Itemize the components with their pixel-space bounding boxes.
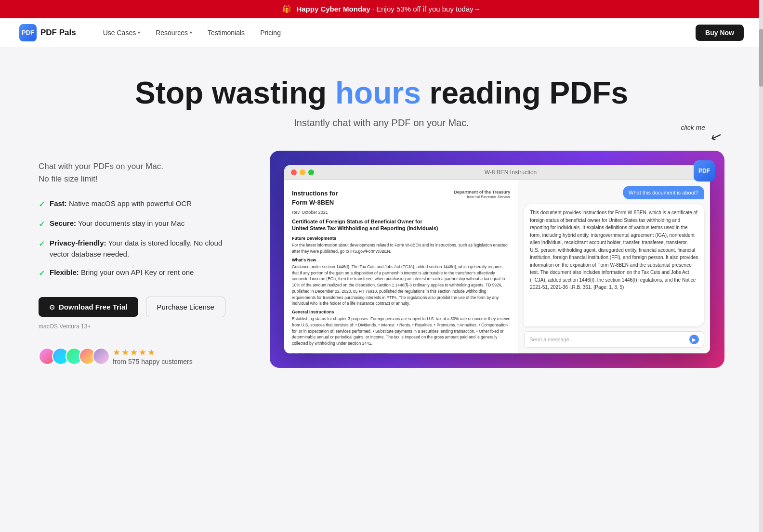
demo-inner-window: W-8 BEN Instruction Instructions for For… bbox=[284, 165, 710, 353]
feature-fast: ✓ Fast: Native macOS app with powerful O… bbox=[39, 198, 241, 210]
nav-item-pricing[interactable]: Pricing bbox=[252, 25, 289, 40]
pdf-subtitle: Certificate of Foreign Status of Benefic… bbox=[292, 219, 438, 224]
feature-flexible: ✓ Flexible: Bring your own API Key or re… bbox=[39, 267, 241, 279]
feature-secure-label: Secure: bbox=[50, 219, 76, 227]
nav-item-resources[interactable]: Resources ▾ bbox=[148, 25, 200, 40]
pdf-section-whats-new-text: Guidance under section 1446(f). The Tax … bbox=[292, 264, 510, 307]
demo-content: Instructions for Form W-8BEN Rev. Octobe… bbox=[284, 180, 710, 353]
feature-fast-label: Fast: bbox=[50, 199, 67, 208]
pdf-section-future: Future Developments bbox=[292, 236, 510, 241]
feature-flexible-text: Bring your own API Key or rent one bbox=[79, 268, 194, 276]
pdf-date: Rev. October 2021 bbox=[292, 210, 438, 215]
tagline-line1: Chat with your PDFs on your Mac. bbox=[39, 162, 163, 171]
pdf-header: Instructions for Form W-8BEN Rev. Octobe… bbox=[292, 190, 510, 232]
hero-title: Stop wasting hours reading PDFs bbox=[19, 76, 744, 110]
star-icon: ★ bbox=[113, 347, 120, 358]
features-list: ✓ Fast: Native macOS app with powerful O… bbox=[39, 198, 241, 279]
tagline: Chat with your PDFs on your Mac. No file… bbox=[39, 160, 241, 185]
chat-user-message: What this document is about? bbox=[623, 186, 704, 199]
nav-links: Use Cases ▾ Resources ▾ Testimonials Pri… bbox=[95, 25, 696, 40]
chat-ai-response: This document provides instructions for … bbox=[524, 204, 704, 326]
pdf-section-general-text: Establishing status for chapter 3 purpos… bbox=[292, 316, 510, 347]
feature-secure: ✓ Secure: Your documents stay in your Ma… bbox=[39, 218, 241, 230]
minimize-window-button[interactable] bbox=[300, 169, 305, 175]
close-window-button[interactable] bbox=[291, 169, 297, 175]
bottom-spacer bbox=[0, 406, 763, 445]
navbar: PDF PDF Pals Use Cases ▾ Resources ▾ Tes… bbox=[0, 18, 763, 47]
banner-regular-text: · Enjoy 53% off if you buy today→ bbox=[372, 5, 481, 13]
left-column: Chat with your PDFs on your Mac. No file… bbox=[39, 151, 241, 365]
hero-title-part2: reading PDFs bbox=[421, 76, 628, 110]
logo-text: PDF Pals bbox=[40, 28, 76, 38]
gift-icon: 🎁 bbox=[282, 5, 291, 13]
pdf-viewer: Instructions for Form W-8BEN Rev. Octobe… bbox=[284, 180, 518, 353]
check-icon: ✓ bbox=[39, 268, 45, 279]
logo-icon: PDF bbox=[19, 24, 37, 41]
pdf-section-future-text: For the latest information about develop… bbox=[292, 242, 510, 255]
hero-title-accent: hours bbox=[335, 76, 421, 110]
cta-buttons: ⊙ Download Free Trial Purchase License bbox=[39, 297, 241, 317]
feature-flexible-label: Flexible: bbox=[50, 268, 79, 276]
platform-note: macOS Ventura 13+ bbox=[39, 323, 241, 330]
star-icon: ★ bbox=[130, 347, 138, 358]
content-section: Chat with your PDFs on your Mac. No file… bbox=[0, 122, 763, 406]
send-button[interactable]: ▶ bbox=[689, 335, 699, 344]
right-column: PDF W-8 BEN Instruction Instr bbox=[270, 151, 724, 368]
demo-window: PDF W-8 BEN Instruction Instr bbox=[270, 151, 724, 368]
pdf-subtitle2: United States Tax Withholding and Report… bbox=[292, 225, 438, 231]
chevron-down-icon: ▾ bbox=[138, 30, 140, 35]
feature-secure-text: Your documents stay in your Mac bbox=[76, 219, 184, 227]
nav-item-testimonials[interactable]: Testimonials bbox=[200, 25, 252, 40]
star-icon: ★ bbox=[147, 347, 155, 358]
chat-panel: What this document is about? This docume… bbox=[518, 180, 710, 353]
promo-banner[interactable]: 🎁 Happy Cyber Monday · Enjoy 53% off if … bbox=[0, 0, 763, 18]
check-icon: ✓ bbox=[39, 199, 45, 210]
star-icon: ★ bbox=[121, 347, 129, 358]
star-icon: ★ bbox=[139, 347, 146, 358]
check-icon: ✓ bbox=[39, 219, 45, 230]
pdf-section-general: General Instructions bbox=[292, 310, 510, 314]
click-me-label: click me bbox=[681, 124, 705, 131]
chat-input[interactable]: Send a message... bbox=[529, 337, 689, 342]
social-proof: ★ ★ ★ ★ ★ from 575 happy customers bbox=[39, 347, 241, 365]
chat-input-row: Send a message... ▶ bbox=[524, 331, 704, 348]
click-me-annotation: click me ↙ bbox=[0, 124, 763, 131]
demo-window-title: W-8 BEN Instruction bbox=[318, 169, 703, 176]
pdf-title: Instructions for bbox=[292, 190, 438, 197]
purchase-license-button[interactable]: Purchase License bbox=[146, 297, 225, 317]
customer-avatars bbox=[39, 348, 106, 365]
hero-title-part1: Stop wasting bbox=[135, 76, 335, 110]
feature-fast-text: Native macOS app with powerful OCR bbox=[67, 199, 192, 208]
chevron-down-icon: ▾ bbox=[190, 30, 192, 35]
tagline-line2: No file size limit! bbox=[39, 174, 98, 183]
nav-item-use-cases[interactable]: Use Cases ▾ bbox=[95, 25, 148, 40]
logo-link[interactable]: PDF PDF Pals bbox=[19, 24, 76, 41]
pdf-title2: Form W-8BEN bbox=[292, 199, 438, 206]
scrollbar[interactable] bbox=[759, 0, 763, 445]
avatar bbox=[92, 348, 110, 365]
feature-privacy: ✓ Privacy-friendly: Your data is stored … bbox=[39, 238, 241, 260]
demo-toolbar: W-8 BEN Instruction bbox=[284, 165, 710, 180]
hero-section: Stop wasting hours reading PDFs Instantl… bbox=[0, 47, 763, 129]
feature-privacy-label: Privacy-friendly: bbox=[50, 239, 106, 247]
check-icon: ✓ bbox=[39, 238, 45, 250]
banner-bold-text: Happy Cyber Monday bbox=[296, 5, 370, 13]
app-icon[interactable]: PDF bbox=[694, 160, 715, 182]
scrollbar-thumb[interactable] bbox=[759, 29, 763, 87]
pdf-irs-logo: Department of the Treasury Internal Reve… bbox=[454, 190, 510, 199]
pdf-footer-date: Sep 28, 2021 Cat. No. 25576H bbox=[292, 352, 510, 354]
social-count: from 575 happy customers bbox=[113, 358, 193, 365]
fullscreen-window-button[interactable] bbox=[308, 169, 314, 175]
traffic-lights bbox=[291, 169, 314, 175]
download-icon: ⊙ bbox=[49, 303, 55, 311]
buy-now-button[interactable]: Buy Now bbox=[696, 25, 744, 41]
pdf-section-whats-new: What's New bbox=[292, 258, 510, 262]
star-rating: ★ ★ ★ ★ ★ bbox=[113, 347, 193, 358]
download-trial-label: Download Free Trial bbox=[59, 303, 128, 311]
download-trial-button[interactable]: ⊙ Download Free Trial bbox=[39, 297, 138, 317]
